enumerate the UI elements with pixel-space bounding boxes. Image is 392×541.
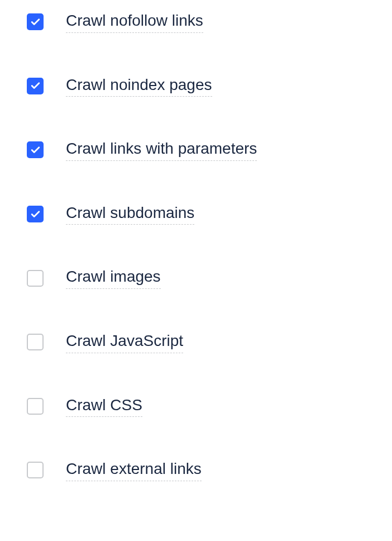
checkbox-crawl-links-with-parameters[interactable] (27, 141, 44, 158)
checkbox-crawl-css[interactable] (27, 398, 44, 415)
option-label[interactable]: Crawl images (66, 267, 161, 289)
option-label[interactable]: Crawl CSS (66, 396, 142, 417)
option-label[interactable]: Crawl nofollow links (66, 11, 203, 33)
option-label[interactable]: Crawl links with parameters (66, 139, 257, 161)
check-icon (30, 145, 41, 155)
checkbox-crawl-javascript[interactable] (27, 334, 44, 350)
checkbox-crawl-noindex-pages[interactable] (27, 78, 44, 94)
checkbox-crawl-images[interactable] (27, 270, 44, 287)
checkbox-crawl-external-links[interactable] (27, 462, 44, 478)
check-icon (30, 209, 41, 220)
checkbox-crawl-nofollow-links[interactable] (27, 13, 44, 30)
check-icon (30, 80, 41, 91)
option-label[interactable]: Crawl subdomains (66, 203, 194, 225)
checkbox-crawl-subdomains[interactable] (27, 206, 44, 222)
option-label[interactable]: Crawl external links (66, 459, 202, 481)
option-label[interactable]: Crawl JavaScript (66, 331, 183, 353)
check-icon (30, 17, 41, 27)
option-label[interactable]: Crawl noindex pages (66, 75, 212, 97)
